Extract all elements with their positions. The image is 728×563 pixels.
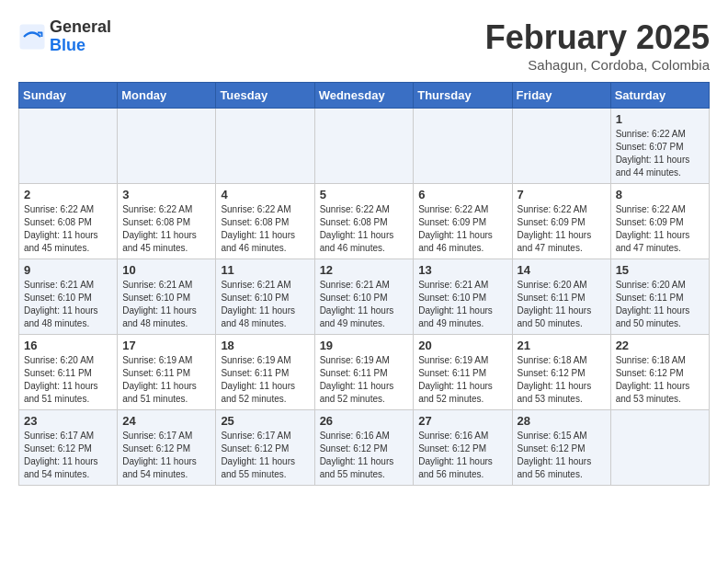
calendar-cell: 21Sunrise: 6:18 AM Sunset: 6:12 PM Dayli… bbox=[512, 335, 610, 410]
calendar-cell: 9Sunrise: 6:21 AM Sunset: 6:10 PM Daylig… bbox=[19, 259, 118, 335]
calendar-cell: 18Sunrise: 6:19 AM Sunset: 6:11 PM Dayli… bbox=[216, 335, 314, 410]
calendar-day-header: Thursday bbox=[414, 83, 512, 109]
calendar-week-row: 16Sunrise: 6:20 AM Sunset: 6:11 PM Dayli… bbox=[19, 335, 710, 410]
day-info: Sunrise: 6:21 AM Sunset: 6:10 PM Dayligh… bbox=[24, 279, 112, 330]
day-number: 19 bbox=[320, 339, 409, 352]
calendar-week-row: 23Sunrise: 6:17 AM Sunset: 6:12 PM Dayli… bbox=[19, 410, 710, 486]
day-number: 22 bbox=[616, 339, 704, 352]
calendar-cell: 17Sunrise: 6:19 AM Sunset: 6:11 PM Dayli… bbox=[118, 335, 216, 410]
day-number: 25 bbox=[221, 414, 309, 428]
day-number: 11 bbox=[221, 263, 309, 277]
calendar-cell: 24Sunrise: 6:17 AM Sunset: 6:12 PM Dayli… bbox=[118, 410, 216, 486]
calendar-cell: 14Sunrise: 6:20 AM Sunset: 6:11 PM Dayli… bbox=[512, 259, 610, 335]
calendar-table: SundayMondayTuesdayWednesdayThursdayFrid… bbox=[18, 82, 710, 486]
page-header: General Blue February 2025 Sahagun, Cord… bbox=[18, 18, 710, 73]
calendar-day-header: Tuesday bbox=[216, 83, 314, 109]
day-number: 17 bbox=[122, 339, 210, 352]
day-info: Sunrise: 6:20 AM Sunset: 6:11 PM Dayligh… bbox=[24, 354, 112, 406]
day-number: 1 bbox=[616, 112, 704, 126]
calendar-cell: 4Sunrise: 6:22 AM Sunset: 6:08 PM Daylig… bbox=[216, 184, 314, 259]
logo-text: General Blue bbox=[50, 18, 111, 55]
day-number: 14 bbox=[518, 263, 606, 277]
calendar-cell: 28Sunrise: 6:15 AM Sunset: 6:12 PM Dayli… bbox=[512, 410, 610, 486]
day-info: Sunrise: 6:16 AM Sunset: 6:12 PM Dayligh… bbox=[320, 430, 409, 481]
day-info: Sunrise: 6:21 AM Sunset: 6:10 PM Dayligh… bbox=[320, 279, 409, 330]
calendar-cell: 15Sunrise: 6:20 AM Sunset: 6:11 PM Dayli… bbox=[610, 259, 709, 335]
day-info: Sunrise: 6:22 AM Sunset: 6:08 PM Dayligh… bbox=[221, 203, 309, 255]
day-number: 10 bbox=[122, 263, 210, 277]
location: Sahagun, Cordoba, Colombia bbox=[485, 57, 710, 73]
day-info: Sunrise: 6:21 AM Sunset: 6:10 PM Dayligh… bbox=[221, 279, 309, 330]
calendar-cell: 12Sunrise: 6:21 AM Sunset: 6:10 PM Dayli… bbox=[314, 259, 414, 335]
calendar-cell bbox=[414, 109, 512, 184]
day-info: Sunrise: 6:19 AM Sunset: 6:11 PM Dayligh… bbox=[418, 354, 506, 406]
day-number: 13 bbox=[418, 263, 506, 277]
calendar-cell bbox=[314, 109, 414, 184]
day-number: 28 bbox=[518, 414, 606, 428]
svg-rect-0 bbox=[20, 24, 45, 49]
day-number: 21 bbox=[518, 339, 606, 352]
day-info: Sunrise: 6:17 AM Sunset: 6:12 PM Dayligh… bbox=[221, 430, 309, 481]
calendar-cell: 8Sunrise: 6:22 AM Sunset: 6:09 PM Daylig… bbox=[610, 184, 709, 259]
day-info: Sunrise: 6:18 AM Sunset: 6:12 PM Dayligh… bbox=[518, 354, 606, 406]
day-info: Sunrise: 6:22 AM Sunset: 6:08 PM Dayligh… bbox=[24, 203, 112, 255]
calendar-cell: 5Sunrise: 6:22 AM Sunset: 6:08 PM Daylig… bbox=[314, 184, 414, 259]
calendar-day-header: Saturday bbox=[610, 83, 709, 109]
day-info: Sunrise: 6:22 AM Sunset: 6:09 PM Dayligh… bbox=[616, 203, 704, 255]
day-info: Sunrise: 6:19 AM Sunset: 6:11 PM Dayligh… bbox=[122, 354, 210, 406]
day-number: 20 bbox=[418, 339, 506, 352]
calendar-cell: 7Sunrise: 6:22 AM Sunset: 6:09 PM Daylig… bbox=[512, 184, 610, 259]
day-number: 16 bbox=[24, 339, 112, 352]
calendar-cell: 27Sunrise: 6:16 AM Sunset: 6:12 PM Dayli… bbox=[414, 410, 512, 486]
day-number: 23 bbox=[24, 414, 112, 428]
day-info: Sunrise: 6:19 AM Sunset: 6:11 PM Dayligh… bbox=[320, 354, 409, 406]
calendar-cell: 2Sunrise: 6:22 AM Sunset: 6:08 PM Daylig… bbox=[19, 184, 118, 259]
day-info: Sunrise: 6:22 AM Sunset: 6:09 PM Dayligh… bbox=[518, 203, 606, 255]
day-number: 7 bbox=[518, 188, 606, 201]
day-number: 27 bbox=[418, 414, 506, 428]
calendar-cell: 20Sunrise: 6:19 AM Sunset: 6:11 PM Dayli… bbox=[414, 335, 512, 410]
calendar-cell: 25Sunrise: 6:17 AM Sunset: 6:12 PM Dayli… bbox=[216, 410, 314, 486]
calendar-cell: 16Sunrise: 6:20 AM Sunset: 6:11 PM Dayli… bbox=[19, 335, 118, 410]
day-number: 5 bbox=[320, 188, 409, 201]
calendar-cell: 23Sunrise: 6:17 AM Sunset: 6:12 PM Dayli… bbox=[19, 410, 118, 486]
day-number: 12 bbox=[320, 263, 409, 277]
day-info: Sunrise: 6:22 AM Sunset: 6:08 PM Dayligh… bbox=[320, 203, 409, 255]
day-number: 15 bbox=[616, 263, 704, 277]
day-info: Sunrise: 6:22 AM Sunset: 6:07 PM Dayligh… bbox=[616, 128, 704, 179]
day-info: Sunrise: 6:19 AM Sunset: 6:11 PM Dayligh… bbox=[221, 354, 309, 406]
calendar-cell: 1Sunrise: 6:22 AM Sunset: 6:07 PM Daylig… bbox=[610, 109, 709, 184]
calendar-cell: 19Sunrise: 6:19 AM Sunset: 6:11 PM Dayli… bbox=[314, 335, 414, 410]
day-info: Sunrise: 6:20 AM Sunset: 6:11 PM Dayligh… bbox=[518, 279, 606, 330]
day-info: Sunrise: 6:20 AM Sunset: 6:11 PM Dayligh… bbox=[616, 279, 704, 330]
logo: General Blue bbox=[18, 18, 111, 55]
calendar-cell: 26Sunrise: 6:16 AM Sunset: 6:12 PM Dayli… bbox=[314, 410, 414, 486]
day-number: 3 bbox=[122, 188, 210, 201]
day-info: Sunrise: 6:17 AM Sunset: 6:12 PM Dayligh… bbox=[24, 430, 112, 481]
calendar-cell: 13Sunrise: 6:21 AM Sunset: 6:10 PM Dayli… bbox=[414, 259, 512, 335]
day-number: 4 bbox=[221, 188, 309, 201]
calendar-cell bbox=[216, 109, 314, 184]
calendar-cell: 3Sunrise: 6:22 AM Sunset: 6:08 PM Daylig… bbox=[118, 184, 216, 259]
calendar-day-header: Friday bbox=[512, 83, 610, 109]
calendar-week-row: 1Sunrise: 6:22 AM Sunset: 6:07 PM Daylig… bbox=[19, 109, 710, 184]
day-number: 8 bbox=[616, 188, 704, 201]
calendar-cell bbox=[19, 109, 118, 184]
day-number: 6 bbox=[418, 188, 506, 201]
calendar-week-row: 9Sunrise: 6:21 AM Sunset: 6:10 PM Daylig… bbox=[19, 259, 710, 335]
day-number: 26 bbox=[320, 414, 409, 428]
calendar-week-row: 2Sunrise: 6:22 AM Sunset: 6:08 PM Daylig… bbox=[19, 184, 710, 259]
day-info: Sunrise: 6:16 AM Sunset: 6:12 PM Dayligh… bbox=[418, 430, 506, 481]
day-info: Sunrise: 6:22 AM Sunset: 6:09 PM Dayligh… bbox=[418, 203, 506, 255]
calendar-header-row: SundayMondayTuesdayWednesdayThursdayFrid… bbox=[19, 83, 710, 109]
calendar-day-header: Sunday bbox=[19, 83, 118, 109]
day-info: Sunrise: 6:17 AM Sunset: 6:12 PM Dayligh… bbox=[122, 430, 210, 481]
day-number: 24 bbox=[122, 414, 210, 428]
day-info: Sunrise: 6:21 AM Sunset: 6:10 PM Dayligh… bbox=[418, 279, 506, 330]
calendar-cell: 22Sunrise: 6:18 AM Sunset: 6:12 PM Dayli… bbox=[610, 335, 709, 410]
calendar-cell: 11Sunrise: 6:21 AM Sunset: 6:10 PM Dayli… bbox=[216, 259, 314, 335]
calendar-cell bbox=[610, 410, 709, 486]
logo-blue-text: Blue bbox=[50, 37, 111, 55]
calendar-day-header: Monday bbox=[118, 83, 216, 109]
calendar-cell: 10Sunrise: 6:21 AM Sunset: 6:10 PM Dayli… bbox=[118, 259, 216, 335]
